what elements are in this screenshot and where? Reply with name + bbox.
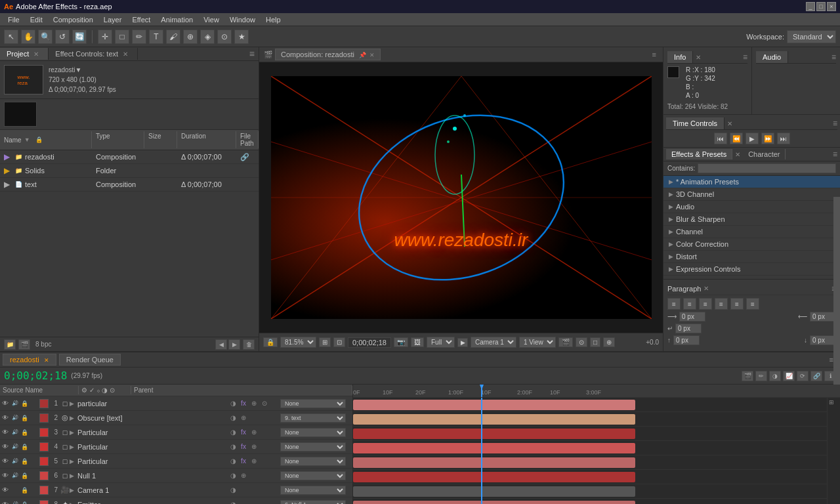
minimize-button[interactable]: _ — [806, 2, 815, 11]
panel-menu-btn[interactable]: ≡ — [245, 47, 259, 60]
tab-time-controls[interactable]: Time Controls — [666, 117, 724, 129]
effects-search-input[interactable] — [698, 163, 836, 173]
tl-sw-motion-4[interactable]: ◑ — [228, 443, 238, 450]
menu-effect[interactable]: Effect — [127, 14, 156, 25]
tl-expand-3[interactable]: ▶ — [70, 429, 74, 436]
effect-channel[interactable]: ▶ Channel — [663, 226, 840, 238]
tl-layer-1[interactable]: 👁 🔊 🔒 1 □ ▶ particular ◑ fx — [0, 396, 352, 411]
info-menu-btn[interactable]: ≡ — [743, 52, 747, 62]
tl-layer-3[interactable]: 👁 🔊 🔒 3 □ ▶ Particular ◑ fx — [0, 425, 352, 440]
para-align-left[interactable]: ≡ — [667, 298, 681, 310]
time-ctrl-menu[interactable]: ≡ — [833, 119, 837, 128]
project-prev-btn[interactable]: ◀ — [215, 339, 227, 350]
tl-sw-fx-3[interactable]: fx — [238, 429, 249, 436]
tc-next-btn[interactable]: ⏩ — [761, 133, 774, 144]
tl-bars-area[interactable]: ⊞ — [353, 398, 840, 504]
tl-sw-motion-6[interactable]: ◑ — [228, 472, 238, 479]
effect-distort[interactable]: ▶ Distort — [663, 251, 840, 263]
col-header-name[interactable]: Name ▼ 🔒 — [0, 131, 92, 148]
tl-lock-8[interactable]: 🔒 — [20, 501, 29, 505]
tl-expand-8[interactable]: ▶ — [70, 501, 74, 505]
tab-effect-controls[interactable]: Effect Controls: text ✕ — [49, 48, 138, 60]
tl-vis-8[interactable]: 👁 — [0, 501, 10, 504]
comp-tab-close[interactable]: ✕ — [369, 52, 375, 58]
comp-view-select[interactable]: 1 View — [519, 337, 556, 348]
tc-last-btn[interactable]: ⏭ — [777, 133, 790, 144]
col-header-size[interactable]: Size — [144, 131, 177, 148]
tab-project[interactable]: Project ✕ — [0, 48, 49, 60]
col-header-type[interactable]: Type — [92, 131, 144, 148]
tl-expand-4[interactable]: ▶ — [70, 444, 74, 450]
project-item-solids[interactable]: ▶ 📁 Solids Folder — [0, 164, 259, 178]
tl-layer-5[interactable]: 👁 🔊 🔒 5 □ ▶ Particular ◑ fx — [0, 454, 352, 469]
tool-puppet[interactable]: ★ — [234, 30, 249, 44]
tl-ruler[interactable]: 0F 10F 20F 1:00F 10F 2:00F 10F 3:00F — [353, 385, 840, 398]
menu-edit[interactable]: Edit — [25, 14, 48, 25]
tab-info[interactable]: Info — [667, 51, 693, 63]
tl-sw-motion-2[interactable]: ◑ — [228, 414, 238, 421]
tl-draft-btn[interactable]: ✏ — [755, 371, 767, 381]
tl-audio-1[interactable]: 🔊 — [10, 400, 20, 406]
tl-lock-5[interactable]: 🔒 — [20, 458, 29, 465]
comp-quality-select[interactable]: Full — [427, 337, 455, 348]
tl-snap-btn[interactable]: 🔗 — [810, 371, 822, 381]
tl-sw-blend-5[interactable]: ⊕ — [249, 457, 259, 465]
tl-parent-select-8[interactable]: 6. Null 1 — [280, 500, 346, 505]
tl-audio-4[interactable]: 🔊 — [10, 444, 20, 450]
tl-parent-select-4[interactable]: None — [280, 442, 346, 452]
title-bar-controls[interactable]: _ □ × — [806, 2, 836, 11]
tl-lock-6[interactable]: 🔒 — [20, 472, 29, 479]
tool-roto[interactable]: ⊙ — [217, 30, 232, 44]
tl-check-8[interactable]: ✦ — [60, 500, 70, 504]
project-new-folder-btn[interactable]: 📁 — [4, 339, 16, 350]
tool-rotate[interactable]: ↺ — [55, 30, 70, 44]
effects-close[interactable]: ✕ — [732, 150, 743, 159]
tl-lock-7[interactable]: 🔒 — [20, 487, 29, 494]
project-next-btn[interactable]: ▶ — [228, 339, 240, 350]
tl-layer-7[interactable]: 👁 🔒 7 🎥 ▶ Camera 1 ◑ — [0, 483, 352, 497]
timeline-tab-render-queue[interactable]: Render Queue — [59, 354, 121, 366]
tl-sw-blend-6[interactable]: ⊕ — [238, 472, 249, 479]
tl-vis-7[interactable]: 👁 — [0, 486, 10, 494]
tl-check-6[interactable]: □ — [60, 472, 70, 480]
maximize-button[interactable]: □ — [816, 2, 826, 11]
tl-expand-2[interactable]: ▶ — [70, 415, 74, 421]
comp-fast-preview-btn[interactable]: ▶ — [457, 338, 468, 347]
tl-parent-select-7[interactable]: None — [280, 486, 346, 495]
tl-parent-select-1[interactable]: None — [280, 399, 346, 408]
para-align-center[interactable]: ≡ — [683, 298, 696, 310]
tl-lock-4[interactable]: 🔒 — [20, 444, 29, 450]
effect-animation-presets[interactable]: ▶ * Animation Presets — [663, 176, 840, 188]
tl-expand-all-btn[interactable]: ⊞ — [829, 399, 839, 406]
para-first-line-indent[interactable] — [675, 324, 702, 333]
audio-menu-btn[interactable]: ≡ — [831, 52, 836, 62]
comp-pixel-btn[interactable]: □ — [590, 337, 600, 347]
para-justify-left[interactable]: ≡ — [715, 298, 728, 310]
menu-view[interactable]: View — [198, 14, 224, 25]
tl-flow-btn[interactable]: ⟳ — [797, 371, 808, 381]
tl-check-7[interactable]: 🎥 — [60, 486, 70, 494]
tl-expand-7[interactable]: ▶ — [70, 487, 74, 494]
tl-sw-motion-3[interactable]: ◑ — [228, 429, 238, 436]
tl-check-2[interactable]: ◎ — [60, 413, 70, 422]
comp-panel-menu[interactable]: ≡ — [648, 49, 660, 60]
tl-vis-5[interactable]: 👁 — [0, 457, 10, 465]
menu-composition[interactable]: Composition — [48, 14, 98, 25]
comp-zoom-select[interactable]: 81.5% — [280, 337, 316, 348]
info-tab-close[interactable]: ✕ — [693, 52, 704, 62]
comp-grid-btn[interactable]: ⊡ — [333, 337, 345, 347]
para-right-indent[interactable] — [810, 312, 836, 322]
tl-sw-fx-4[interactable]: fx — [238, 443, 249, 450]
effect-audio[interactable]: ▶ Audio — [663, 201, 840, 213]
tl-sw-motion-1[interactable]: ◑ — [228, 400, 238, 407]
tool-hand[interactable]: ✋ — [21, 30, 35, 44]
comp-show-snap-btn[interactable]: 🖼 — [411, 337, 424, 347]
tl-layer-4[interactable]: 👁 🔊 🔒 4 □ ▶ Particular ◑ fx — [0, 440, 352, 454]
tl-sw-motion-5[interactable]: ◑ — [228, 457, 238, 465]
tc-prev-btn[interactable]: ⏪ — [730, 133, 743, 144]
tool-pen[interactable]: ✏ — [132, 30, 146, 44]
tool-anchor[interactable]: ✛ — [98, 30, 112, 44]
tl-parent-select-6[interactable]: None — [280, 471, 346, 480]
paragraph-close[interactable]: ✕ — [701, 284, 711, 293]
tl-audio-2[interactable]: 🔊 — [10, 415, 20, 421]
